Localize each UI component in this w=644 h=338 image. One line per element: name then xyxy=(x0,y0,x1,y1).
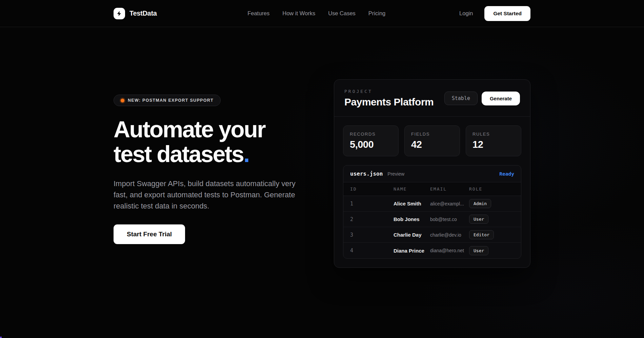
stat-label: RULES xyxy=(472,132,515,137)
project-card-header: PROJECT Payments Platform Stable Generat… xyxy=(334,80,530,117)
stat-card-fields: FIELDS 42 xyxy=(404,125,460,156)
project-title: Payments Platform xyxy=(344,96,434,108)
nav-link-features[interactable]: Features xyxy=(247,10,269,17)
nav-link-pricing[interactable]: Pricing xyxy=(368,10,385,17)
col-header-role: ROLE xyxy=(469,186,514,192)
row-id: 1 xyxy=(350,201,394,207)
stat-value: 5,000 xyxy=(350,139,392,150)
col-header-email: EMAIL xyxy=(430,186,469,192)
table-filename: users.json xyxy=(350,171,383,177)
stat-card-records: RECORDS 5,000 xyxy=(343,125,399,156)
row-name: Alice Smith xyxy=(394,201,430,206)
row-name: Charlie Day xyxy=(394,232,430,238)
top-navbar: TestData Features How it Works Use Cases… xyxy=(0,0,644,27)
hero-description: Import Swagger APIs, build datasets auto… xyxy=(114,178,309,212)
stat-value: 42 xyxy=(411,139,453,150)
bottom-left-accent xyxy=(0,337,2,338)
stats-row: RECORDS 5,000 FIELDS 42 RULES 12 xyxy=(343,125,521,156)
row-name: Bob Jones xyxy=(394,216,430,222)
nav-right: Login Get Started xyxy=(459,6,530,21)
row-email: alice@exampl... xyxy=(430,201,469,206)
row-role-badge: Admin xyxy=(469,199,491,208)
generate-button[interactable]: Generate xyxy=(482,92,520,105)
row-email: charlie@dev.io xyxy=(430,232,469,238)
start-free-trial-button[interactable]: Start Free Trial xyxy=(114,224,185,244)
row-id: 3 xyxy=(350,232,394,238)
stat-value: 12 xyxy=(472,139,515,150)
nav-link-how-it-works[interactable]: How it Works xyxy=(282,10,315,17)
orange-dot-icon xyxy=(121,99,124,102)
project-card-body: RECORDS 5,000 FIELDS 42 RULES 12 users.j… xyxy=(334,117,530,267)
brand-name: TestData xyxy=(129,9,157,17)
row-role-badge: Editor xyxy=(469,230,494,239)
col-header-id: ID xyxy=(350,186,394,192)
table-status-ready: Ready xyxy=(499,171,514,177)
row-id: 4 xyxy=(350,247,394,254)
stat-card-rules: RULES 12 xyxy=(466,125,521,156)
project-eyebrow: PROJECT xyxy=(344,89,434,94)
heading-period-accent: . xyxy=(243,141,249,167)
table-row: 3 Charlie Day charlie@dev.io Editor xyxy=(343,227,521,243)
nav-link-use-cases[interactable]: Use Cases xyxy=(328,10,356,17)
row-email: bob@test.co xyxy=(430,217,469,222)
project-titles: PROJECT Payments Platform xyxy=(344,89,434,108)
row-role-badge: User xyxy=(469,246,488,255)
stat-label: RECORDS xyxy=(350,132,392,137)
table-column-headers: ID NAME EMAIL ROLE xyxy=(343,182,521,196)
row-id: 2 xyxy=(350,216,394,222)
stable-status-chip: Stable xyxy=(444,92,478,105)
preview-table-card: users.json Preview Ready ID NAME EMAIL R… xyxy=(343,165,521,259)
table-row: 1 Alice Smith alice@exampl... Admin xyxy=(343,196,521,212)
stat-label: FIELDS xyxy=(411,132,453,137)
col-header-name: NAME xyxy=(394,186,430,192)
table-header-bar: users.json Preview Ready xyxy=(343,165,521,182)
row-name: Diana Prince xyxy=(394,248,430,254)
get-started-button[interactable]: Get Started xyxy=(484,6,530,21)
hero-copy: NEW: POSTMAN EXPORT SUPPORT Automate you… xyxy=(114,79,314,244)
announcement-text: NEW: POSTMAN EXPORT SUPPORT xyxy=(128,98,214,103)
project-card: PROJECT Payments Platform Stable Generat… xyxy=(334,79,530,268)
project-actions: Stable Generate xyxy=(444,92,520,105)
announcement-badge: NEW: POSTMAN EXPORT SUPPORT xyxy=(114,95,221,106)
hero-section: NEW: POSTMAN EXPORT SUPPORT Automate you… xyxy=(114,27,530,268)
nav-links: Features How it Works Use Cases Pricing xyxy=(247,10,385,17)
lightning-bolt-icon xyxy=(114,8,125,19)
row-role-badge: User xyxy=(469,215,488,224)
brand-logo[interactable]: TestData xyxy=(114,8,157,19)
table-row: 2 Bob Jones bob@test.co User xyxy=(343,212,521,227)
table-row: 4 Diana Prince diana@hero.net User xyxy=(343,243,521,258)
table-subtitle: Preview xyxy=(387,171,404,177)
login-link[interactable]: Login xyxy=(459,10,473,17)
row-email: diana@hero.net xyxy=(430,248,469,253)
hero-heading: Automate your test datasets. xyxy=(114,117,314,166)
